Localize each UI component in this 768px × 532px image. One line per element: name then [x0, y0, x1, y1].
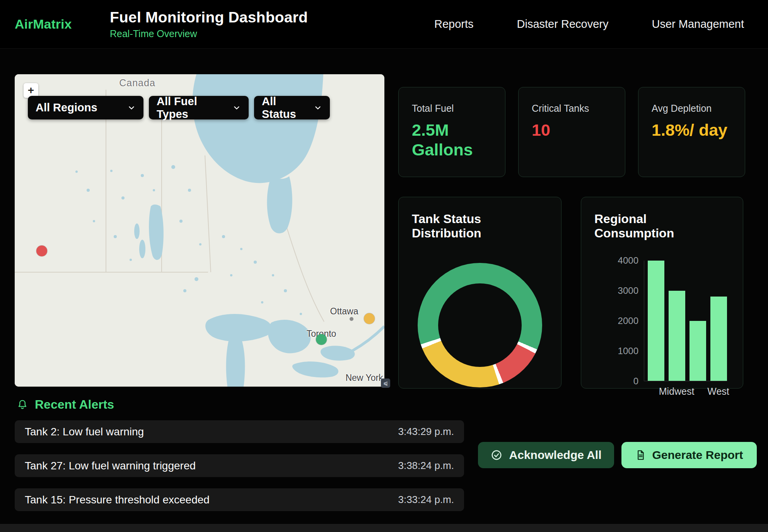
- alert-row[interactable]: Tank 27: Low fuel warning triggered 3:38…: [15, 454, 464, 477]
- chevron-down-icon: [314, 104, 322, 112]
- y-tick: 3000: [604, 285, 638, 296]
- y-tick: 0: [604, 376, 638, 387]
- donut-hole: [438, 283, 522, 367]
- map-marker-critical[interactable]: [36, 246, 47, 256]
- alert-message: Tank 27: Low fuel warning triggered: [25, 460, 196, 472]
- kpi-value: 1.8%/ day: [652, 120, 732, 140]
- bar-0: [648, 261, 664, 381]
- tank-status-card: Tank Status Distribution: [398, 197, 561, 389]
- nav-disaster-recovery[interactable]: Disaster Recovery: [517, 18, 609, 31]
- region-filter-dropdown[interactable]: All Regions: [28, 96, 143, 119]
- generate-report-label: Generate Report: [652, 448, 743, 462]
- alert-list: Tank 2: Low fuel warning 3:43:29 p.m. Ta…: [15, 420, 464, 511]
- recent-alerts-title: Recent Alerts: [35, 397, 114, 412]
- y-tick: 4000: [604, 255, 638, 266]
- chart-title: Regional Consumption: [594, 212, 730, 240]
- kpi-label: Critical Tanks: [532, 103, 612, 114]
- kpi-value: 10: [532, 120, 612, 140]
- regional-consumption-bar-chart: 4000 3000 2000 1000 0 Midwest West: [604, 261, 730, 381]
- chevron-down-icon: [232, 104, 241, 112]
- kpi-total-fuel: Total Fuel 2.5M Gallons: [398, 87, 505, 177]
- fuel-type-filter-label: All Fuel Types: [157, 95, 227, 121]
- map-canvas[interactable]: [15, 74, 384, 387]
- kpi-avg-depletion: Avg Depletion 1.8%/ day: [638, 87, 745, 177]
- acknowledge-all-label: Acknowledge All: [509, 448, 602, 462]
- region-filter-label: All Regions: [36, 101, 97, 114]
- map-marker-normal[interactable]: [316, 334, 327, 345]
- x-axis-labels: Midwest West: [644, 386, 727, 397]
- main-nav: Reports Disaster Recovery User Managemen…: [434, 18, 744, 31]
- map-resize-handle[interactable]: ⩿: [381, 379, 390, 388]
- x-tick: Midwest: [668, 386, 685, 397]
- bar-2: [689, 321, 706, 381]
- alert-message: Tank 2: Low fuel warning: [25, 426, 144, 438]
- status-filter-dropdown[interactable]: All Status: [254, 96, 330, 119]
- alert-timestamp: 3:43:29 p.m.: [398, 426, 454, 438]
- alert-row[interactable]: Tank 15: Pressure threshold exceeded 3:3…: [15, 488, 464, 511]
- map-filters: All Regions All Fuel Types All Status: [28, 96, 330, 119]
- alert-timestamp: 3:38:24 p.m.: [398, 460, 454, 472]
- chart-title: Tank Status Distribution: [412, 212, 548, 240]
- brand-logo[interactable]: AirMatrix: [15, 17, 104, 32]
- kpi-critical-tanks: Critical Tanks 10: [518, 87, 625, 177]
- fuel-monitoring-dashboard: AirMatrix Fuel Monitoring Dashboard Real…: [0, 0, 768, 532]
- nav-user-management[interactable]: User Management: [652, 18, 744, 31]
- alert-message: Tank 15: Pressure threshold exceeded: [25, 494, 210, 506]
- ottawa-city-dot: [350, 317, 353, 321]
- check-circle-icon: [491, 449, 502, 461]
- nav-reports[interactable]: Reports: [434, 18, 474, 31]
- bar-3: [710, 297, 727, 381]
- map-marker-warning[interactable]: [364, 313, 375, 324]
- bell-icon: [17, 399, 28, 410]
- status-filter-label: All Status: [262, 95, 308, 121]
- alert-timestamp: 3:33:24 p.m.: [398, 494, 454, 506]
- bar-1: [669, 291, 685, 381]
- kpi-row: Total Fuel 2.5M Gallons Critical Tanks 1…: [398, 87, 745, 177]
- footer-bar: [0, 524, 768, 532]
- page-subtitle: Real-Time Overview: [110, 28, 308, 39]
- alert-row[interactable]: Tank 2: Low fuel warning 3:43:29 p.m.: [15, 420, 464, 443]
- bar-plot-area: [644, 261, 727, 381]
- recent-alerts-heading: Recent Alerts: [17, 397, 114, 412]
- acknowledge-all-button[interactable]: Acknowledge All: [478, 442, 614, 468]
- regional-consumption-card: Regional Consumption 4000 3000 2000 1000…: [581, 197, 743, 389]
- y-tick: 1000: [604, 346, 638, 356]
- map-panel[interactable]: Canada Ottawa Toronto New York + All Reg…: [15, 74, 384, 387]
- tank-status-donut-chart: [418, 263, 542, 387]
- kpi-label: Total Fuel: [412, 103, 492, 114]
- chart-row: Tank Status Distribution Regional Consum…: [398, 197, 743, 389]
- y-tick: 2000: [604, 315, 638, 326]
- chevron-down-icon: [127, 104, 136, 112]
- kpi-value: 2.5M Gallons: [412, 120, 492, 159]
- fuel-type-filter-dropdown[interactable]: All Fuel Types: [149, 96, 249, 119]
- x-tick: West: [710, 386, 727, 397]
- x-tick: [689, 386, 706, 397]
- title-block: Fuel Monitoring Dashboard Real-Time Over…: [110, 9, 308, 39]
- header: AirMatrix Fuel Monitoring Dashboard Real…: [0, 0, 768, 49]
- document-icon: [635, 450, 646, 460]
- kpi-label: Avg Depletion: [652, 103, 732, 114]
- donut-wrap: [412, 263, 548, 387]
- page-title: Fuel Monitoring Dashboard: [110, 9, 308, 26]
- generate-report-button[interactable]: Generate Report: [621, 442, 757, 468]
